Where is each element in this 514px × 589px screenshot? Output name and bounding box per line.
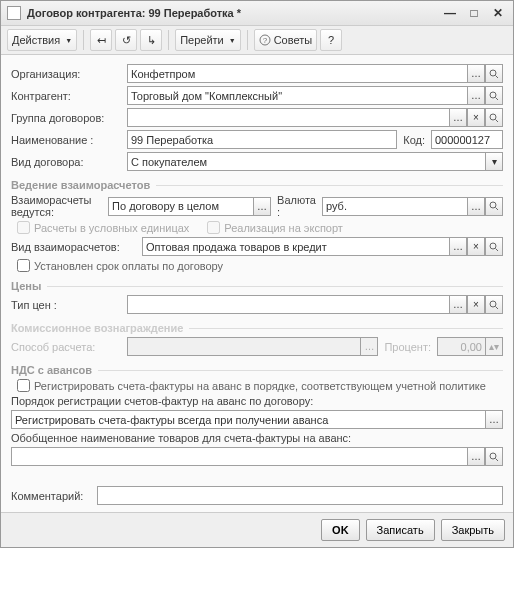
organization-select-button[interactable]: … (467, 64, 485, 83)
separator (83, 30, 84, 50)
svg-point-14 (490, 453, 496, 459)
svg-point-2 (490, 70, 496, 76)
organization-open-button[interactable] (485, 64, 503, 83)
goto-menu[interactable]: Перейти ▼ (175, 29, 241, 51)
settlement-kind-input[interactable] (142, 237, 449, 256)
payment-term-checkbox[interactable]: Установлен срок оплаты по договору (17, 259, 223, 272)
svg-line-11 (496, 248, 499, 251)
vat-order-dropdown-button[interactable]: … (485, 410, 503, 429)
code-input[interactable] (431, 130, 503, 149)
vat-order-label: Порядок регистрации счетов-фактур на ава… (11, 395, 503, 407)
settlement-kind-open-button[interactable] (485, 237, 503, 256)
actions-menu[interactable]: Действия ▼ (7, 29, 77, 51)
svg-point-4 (490, 92, 496, 98)
contract-group-label: Группа договоров: (11, 112, 121, 124)
minimize-button[interactable]: — (441, 5, 459, 21)
price-type-clear-button[interactable]: × (467, 295, 485, 314)
organization-input[interactable] (127, 64, 467, 83)
contract-group-select-button[interactable]: … (449, 108, 467, 127)
svg-point-10 (490, 243, 496, 249)
svg-line-7 (496, 119, 499, 122)
export-checkbox-input (207, 221, 220, 234)
section-settlements: Ведение взаиморасчетов (11, 179, 503, 191)
advice-label: Советы (274, 34, 312, 46)
maximize-button[interactable]: □ (465, 5, 483, 21)
price-type-select-button[interactable]: … (449, 295, 467, 314)
payment-term-checkbox-label: Установлен срок оплаты по договору (34, 260, 223, 272)
settlement-mode-label: Взаиморасчеты ведутся: (11, 194, 102, 218)
help-button[interactable]: ? (320, 29, 342, 51)
name-input[interactable] (127, 130, 397, 149)
comment-input[interactable] (97, 486, 503, 505)
conditional-units-checkbox-input (17, 221, 30, 234)
title-bar: Договор контрагента: 99 Переработка * — … (1, 1, 513, 26)
svg-text:?: ? (262, 36, 267, 45)
toolbar: Действия ▼ ↤ ↺ ↳ Перейти ▼ ? Советы ? (1, 26, 513, 55)
refresh-button[interactable]: ↺ (115, 29, 137, 51)
dropdown-icon: ▼ (229, 37, 236, 44)
vat-summary-label: Обобщенное наименование товаров для счет… (11, 432, 503, 444)
magnifier-icon (489, 242, 499, 252)
contract-group-input[interactable] (127, 108, 449, 127)
commission-method-input (127, 337, 360, 356)
magnifier-icon (489, 91, 499, 101)
goto-label: Перейти (180, 34, 224, 46)
comment-label: Комментарий: (11, 490, 91, 502)
magnifier-icon (489, 300, 499, 310)
vat-register-checkbox-input[interactable] (17, 379, 30, 392)
vat-order-select[interactable] (11, 410, 485, 429)
contract-type-select[interactable] (127, 152, 485, 171)
settlement-kind-select-button[interactable]: … (449, 237, 467, 256)
close-form-button[interactable]: Закрыть (441, 519, 505, 541)
advice-button[interactable]: ? Советы (254, 29, 317, 51)
vat-register-checkbox[interactable]: Регистрировать счета-фактуры на аванс в … (17, 379, 486, 392)
section-commission: Комиссионное вознаграждение (11, 322, 503, 334)
app-icon (7, 6, 21, 20)
commission-method-label: Способ расчета: (11, 341, 121, 353)
settlement-kind-clear-button[interactable]: × (467, 237, 485, 256)
svg-point-6 (490, 114, 496, 120)
currency-open-button[interactable] (485, 197, 503, 216)
vat-summary-open-button[interactable] (485, 447, 503, 466)
contract-group-clear-button[interactable]: × (467, 108, 485, 127)
price-type-input[interactable] (127, 295, 449, 314)
svg-line-13 (496, 306, 499, 309)
name-label: Наименование : (11, 134, 121, 146)
form-area: Организация: … Контрагент: … Группа дого… (1, 55, 513, 512)
settlement-mode-dropdown-button[interactable]: … (253, 197, 271, 216)
contract-type-dropdown-button[interactable]: ▾ (485, 152, 503, 171)
bottom-bar: OK Записать Закрыть (1, 512, 513, 547)
code-label: Код: (403, 134, 425, 146)
contract-type-label: Вид договора: (11, 156, 121, 168)
commission-percent-spin-button: ▴▾ (485, 337, 503, 356)
contract-group-open-button[interactable] (485, 108, 503, 127)
vat-summary-select-button[interactable]: … (467, 447, 485, 466)
save-button[interactable]: Записать (366, 519, 435, 541)
vat-summary-input[interactable] (11, 447, 467, 466)
window-title: Договор контрагента: 99 Переработка * (27, 7, 241, 19)
currency-select-button[interactable]: … (467, 197, 485, 216)
back-button[interactable]: ↤ (90, 29, 112, 51)
magnifier-icon (489, 201, 499, 211)
payment-term-checkbox-input[interactable] (17, 259, 30, 272)
conditional-units-checkbox-label: Расчеты в условных единицах (34, 222, 189, 234)
structure-icon: ↳ (147, 34, 156, 47)
svg-point-12 (490, 301, 496, 307)
price-type-open-button[interactable] (485, 295, 503, 314)
export-checkbox: Реализация на экспорт (207, 221, 343, 234)
currency-input[interactable] (322, 197, 467, 216)
window-frame: Договор контрагента: 99 Переработка * — … (0, 0, 514, 548)
counterparty-input[interactable] (127, 86, 467, 105)
settlement-mode-select[interactable] (108, 197, 253, 216)
ok-button[interactable]: OK (321, 519, 360, 541)
magnifier-icon (489, 452, 499, 462)
structure-button[interactable]: ↳ (140, 29, 162, 51)
counterparty-label: Контрагент: (11, 90, 121, 102)
conditional-units-checkbox: Расчеты в условных единицах (17, 221, 189, 234)
counterparty-select-button[interactable]: … (467, 86, 485, 105)
export-checkbox-label: Реализация на экспорт (224, 222, 343, 234)
counterparty-open-button[interactable] (485, 86, 503, 105)
svg-line-3 (496, 75, 499, 78)
actions-label: Действия (12, 34, 60, 46)
close-button[interactable]: ✕ (489, 5, 507, 21)
